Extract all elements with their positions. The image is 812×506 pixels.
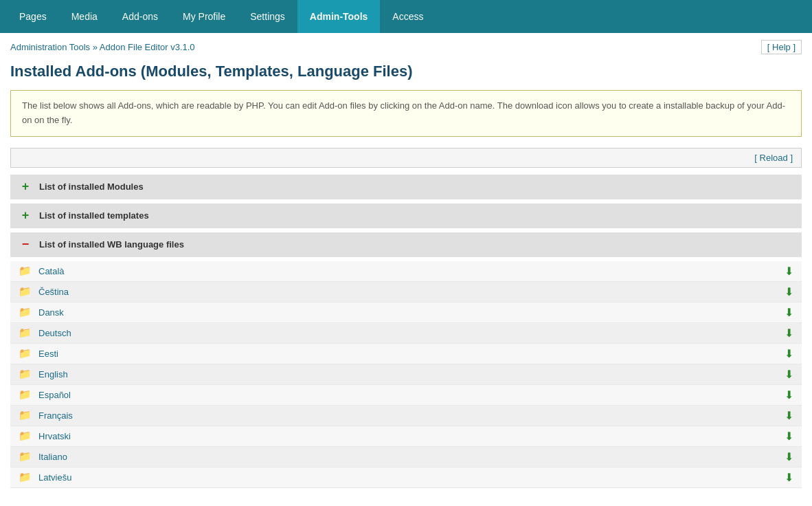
folder-icon: 📁 [19, 388, 32, 401]
section-modules[interactable]: + List of installed Modules [10, 175, 802, 199]
download-icon[interactable]: ⬇ [785, 306, 793, 319]
list-item: 📁Italiano⬇ [10, 447, 802, 468]
list-item: 📁Eesti⬇ [10, 344, 802, 364]
language-link[interactable]: Latviešu [38, 472, 785, 483]
language-link[interactable]: Français [38, 410, 785, 421]
section-templates[interactable]: + List of installed templates [10, 204, 802, 228]
info-box: The list below shows all Add-ons, which … [10, 90, 802, 137]
download-icon[interactable]: ⬇ [785, 368, 793, 381]
download-icon[interactable]: ⬇ [785, 450, 793, 463]
nav-addons[interactable]: Add-ons [110, 0, 170, 33]
breadcrumb: Administration Tools » Addon File Editor… [10, 40, 802, 54]
breadcrumb-separator: » [93, 42, 100, 52]
language-link[interactable]: Eesti [38, 349, 785, 359]
language-link[interactable]: Čeština [38, 287, 785, 297]
toggle-modules-icon: + [19, 180, 32, 194]
list-item: 📁Latviešu⬇ [10, 468, 802, 488]
folder-icon: 📁 [19, 327, 32, 339]
nav-myprofile[interactable]: My Profile [170, 0, 238, 33]
language-link[interactable]: English [38, 369, 785, 380]
download-icon[interactable]: ⬇ [785, 471, 793, 484]
language-link[interactable]: Dansk [38, 307, 785, 318]
folder-icon: 📁 [19, 368, 32, 380]
language-link[interactable]: Deutsch [38, 328, 785, 338]
download-icon[interactable]: ⬇ [785, 347, 793, 360]
breadcrumb-current: Addon File Editor v3.1.0 [100, 42, 195, 52]
list-item: 📁Català⬇ [10, 261, 802, 282]
section-languages-label: List of installed WB language files [39, 239, 184, 250]
folder-icon: 📁 [19, 409, 32, 421]
folder-icon: 📁 [19, 430, 32, 442]
language-link[interactable]: Català [38, 266, 785, 276]
folder-icon: 📁 [19, 285, 32, 298]
section-languages[interactable]: − List of installed WB language files [10, 232, 802, 257]
toggle-templates-icon: + [19, 209, 32, 223]
language-link[interactable]: Italiano [38, 452, 785, 462]
folder-icon: 📁 [19, 471, 32, 483]
language-link[interactable]: Español [38, 390, 785, 400]
content-area: Administration Tools » Addon File Editor… [0, 33, 812, 495]
list-item: 📁Čeština⬇ [10, 282, 802, 302]
list-item: 📁Français⬇ [10, 406, 802, 426]
nav-settings[interactable]: Settings [238, 0, 297, 33]
download-icon[interactable]: ⬇ [785, 285, 793, 298]
list-item: 📁Hrvatski⬇ [10, 426, 802, 447]
language-link[interactable]: Hrvatski [38, 431, 785, 441]
breadcrumb-admin-tools[interactable]: Administration Tools [10, 42, 90, 52]
list-item: 📁Español⬇ [10, 385, 802, 406]
top-navigation: Pages Media Add-ons My Profile Settings … [0, 0, 812, 33]
nav-admintools[interactable]: Admin-Tools [297, 0, 381, 33]
download-icon[interactable]: ⬇ [785, 265, 793, 278]
page-title: Installed Add-ons (Modules, Templates, L… [10, 63, 802, 80]
reload-button[interactable]: [ Reload ] [754, 153, 793, 163]
section-templates-label: List of installed templates [39, 210, 149, 221]
download-icon[interactable]: ⬇ [785, 409, 793, 422]
list-item: 📁English⬇ [10, 364, 802, 385]
toggle-languages-icon: − [19, 238, 32, 252]
folder-icon: 📁 [19, 347, 32, 360]
section-modules-label: List of installed Modules [39, 182, 144, 192]
nav-media[interactable]: Media [59, 0, 110, 33]
folder-icon: 📁 [19, 306, 32, 318]
download-icon[interactable]: ⬇ [785, 388, 793, 402]
list-item: 📁Deutsch⬇ [10, 323, 802, 344]
list-item: 📁Dansk⬇ [10, 302, 802, 323]
folder-icon: 📁 [19, 450, 32, 463]
nav-pages[interactable]: Pages [7, 0, 59, 33]
download-icon[interactable]: ⬇ [785, 327, 793, 340]
download-icon[interactable]: ⬇ [785, 430, 793, 443]
nav-access[interactable]: Access [380, 0, 436, 33]
language-list: 📁Català⬇📁Čeština⬇📁Dansk⬇📁Deutsch⬇📁Eesti⬇… [10, 261, 802, 488]
reload-bar: [ Reload ] [10, 148, 802, 168]
help-link[interactable]: [ Help ] [761, 40, 802, 54]
folder-icon: 📁 [19, 265, 32, 277]
